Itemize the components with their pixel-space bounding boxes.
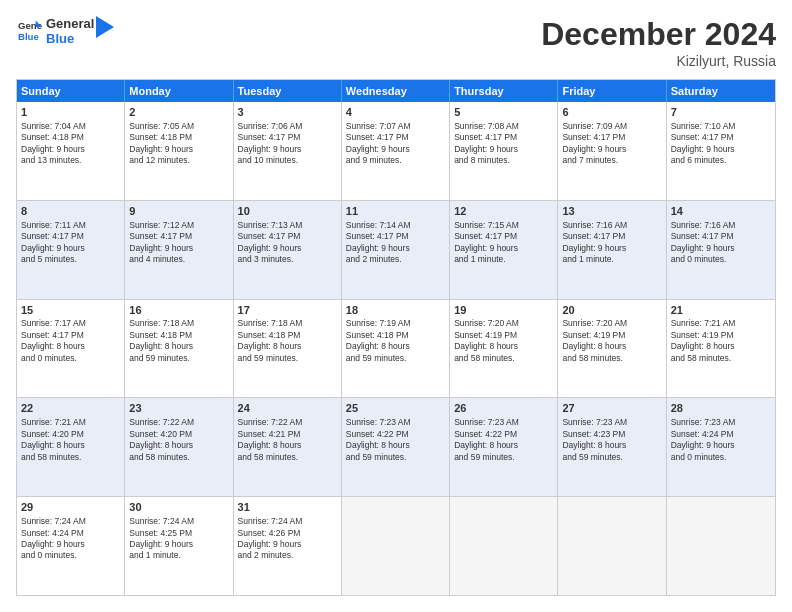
- svg-marker-3: [96, 16, 114, 38]
- day-number: 22: [21, 401, 120, 416]
- logo-icon: General Blue: [18, 19, 42, 43]
- cal-cell: 13Sunrise: 7:16 AMSunset: 4:17 PMDayligh…: [558, 201, 666, 299]
- sunrise: Sunrise: 7:05 AM: [129, 121, 194, 131]
- sunrise: Sunrise: 7:06 AM: [238, 121, 303, 131]
- cal-cell: 15Sunrise: 7:17 AMSunset: 4:17 PMDayligh…: [17, 300, 125, 398]
- daylight: Daylight: 9 hoursand 8 minutes.: [454, 144, 518, 165]
- cal-cell: [450, 497, 558, 595]
- day-number: 20: [562, 303, 661, 318]
- day-number: 6: [562, 105, 661, 120]
- sunset: Sunset: 4:25 PM: [129, 528, 192, 538]
- cal-cell: 8Sunrise: 7:11 AMSunset: 4:17 PMDaylight…: [17, 201, 125, 299]
- calendar: Sunday Monday Tuesday Wednesday Thursday…: [16, 79, 776, 596]
- sunrise: Sunrise: 7:19 AM: [346, 318, 411, 328]
- day-number: 23: [129, 401, 228, 416]
- sunset: Sunset: 4:18 PM: [129, 330, 192, 340]
- sunrise: Sunrise: 7:23 AM: [346, 417, 411, 427]
- cal-cell: 27Sunrise: 7:23 AMSunset: 4:23 PMDayligh…: [558, 398, 666, 496]
- sunset: Sunset: 4:23 PM: [562, 429, 625, 439]
- daylight: Daylight: 8 hoursand 58 minutes.: [129, 440, 193, 461]
- sunrise: Sunrise: 7:13 AM: [238, 220, 303, 230]
- cal-cell: 11Sunrise: 7:14 AMSunset: 4:17 PMDayligh…: [342, 201, 450, 299]
- cal-cell: 21Sunrise: 7:21 AMSunset: 4:19 PMDayligh…: [667, 300, 775, 398]
- day-number: 2: [129, 105, 228, 120]
- daylight: Daylight: 9 hoursand 4 minutes.: [129, 243, 193, 264]
- month-title: December 2024: [541, 16, 776, 53]
- cal-cell: 23Sunrise: 7:22 AMSunset: 4:20 PMDayligh…: [125, 398, 233, 496]
- sunset: Sunset: 4:17 PM: [346, 231, 409, 241]
- dow-friday: Friday: [558, 80, 666, 102]
- sunrise: Sunrise: 7:07 AM: [346, 121, 411, 131]
- daylight: Daylight: 9 hoursand 2 minutes.: [238, 539, 302, 560]
- daylight: Daylight: 9 hoursand 3 minutes.: [238, 243, 302, 264]
- cal-cell: 12Sunrise: 7:15 AMSunset: 4:17 PMDayligh…: [450, 201, 558, 299]
- daylight: Daylight: 8 hoursand 58 minutes.: [454, 341, 518, 362]
- sunset: Sunset: 4:17 PM: [21, 330, 84, 340]
- sunrise: Sunrise: 7:10 AM: [671, 121, 736, 131]
- sunset: Sunset: 4:17 PM: [671, 231, 734, 241]
- day-number: 12: [454, 204, 553, 219]
- sunrise: Sunrise: 7:15 AM: [454, 220, 519, 230]
- header: General Blue General Blue December 2024 …: [16, 16, 776, 69]
- sunset: Sunset: 4:24 PM: [671, 429, 734, 439]
- sunrise: Sunrise: 7:18 AM: [129, 318, 194, 328]
- sunset: Sunset: 4:20 PM: [129, 429, 192, 439]
- day-number: 25: [346, 401, 445, 416]
- day-number: 31: [238, 500, 337, 515]
- cal-week-2: 8Sunrise: 7:11 AMSunset: 4:17 PMDaylight…: [17, 201, 775, 300]
- sunset: Sunset: 4:21 PM: [238, 429, 301, 439]
- sunset: Sunset: 4:17 PM: [454, 132, 517, 142]
- sunrise: Sunrise: 7:23 AM: [454, 417, 519, 427]
- daylight: Daylight: 8 hoursand 59 minutes.: [129, 341, 193, 362]
- sunset: Sunset: 4:24 PM: [21, 528, 84, 538]
- cal-cell: 22Sunrise: 7:21 AMSunset: 4:20 PMDayligh…: [17, 398, 125, 496]
- sunrise: Sunrise: 7:23 AM: [671, 417, 736, 427]
- daylight: Daylight: 9 hoursand 12 minutes.: [129, 144, 193, 165]
- daylight: Daylight: 9 hoursand 1 minute.: [454, 243, 518, 264]
- sunrise: Sunrise: 7:21 AM: [671, 318, 736, 328]
- calendar-header: Sunday Monday Tuesday Wednesday Thursday…: [17, 80, 775, 102]
- day-number: 13: [562, 204, 661, 219]
- sunrise: Sunrise: 7:24 AM: [21, 516, 86, 526]
- cal-cell: 28Sunrise: 7:23 AMSunset: 4:24 PMDayligh…: [667, 398, 775, 496]
- daylight: Daylight: 9 hoursand 1 minute.: [562, 243, 626, 264]
- dow-tuesday: Tuesday: [234, 80, 342, 102]
- sunset: Sunset: 4:17 PM: [562, 231, 625, 241]
- cal-cell: 19Sunrise: 7:20 AMSunset: 4:19 PMDayligh…: [450, 300, 558, 398]
- daylight: Daylight: 8 hoursand 59 minutes.: [346, 440, 410, 461]
- daylight: Daylight: 8 hoursand 0 minutes.: [21, 341, 85, 362]
- day-number: 29: [21, 500, 120, 515]
- calendar-body: 1Sunrise: 7:04 AMSunset: 4:18 PMDaylight…: [17, 102, 775, 595]
- sunset: Sunset: 4:17 PM: [238, 132, 301, 142]
- daylight: Daylight: 9 hoursand 1 minute.: [129, 539, 193, 560]
- day-number: 19: [454, 303, 553, 318]
- day-number: 27: [562, 401, 661, 416]
- day-number: 9: [129, 204, 228, 219]
- sunrise: Sunrise: 7:20 AM: [454, 318, 519, 328]
- sunrise: Sunrise: 7:24 AM: [238, 516, 303, 526]
- sunset: Sunset: 4:18 PM: [21, 132, 84, 142]
- daylight: Daylight: 9 hoursand 9 minutes.: [346, 144, 410, 165]
- location: Kizilyurt, Russia: [541, 53, 776, 69]
- daylight: Daylight: 9 hoursand 7 minutes.: [562, 144, 626, 165]
- daylight: Daylight: 8 hoursand 59 minutes.: [238, 341, 302, 362]
- cal-cell: [667, 497, 775, 595]
- sunset: Sunset: 4:19 PM: [671, 330, 734, 340]
- dow-sunday: Sunday: [17, 80, 125, 102]
- day-number: 3: [238, 105, 337, 120]
- cal-cell: 31Sunrise: 7:24 AMSunset: 4:26 PMDayligh…: [234, 497, 342, 595]
- sunrise: Sunrise: 7:17 AM: [21, 318, 86, 328]
- cal-week-3: 15Sunrise: 7:17 AMSunset: 4:17 PMDayligh…: [17, 300, 775, 399]
- sunrise: Sunrise: 7:24 AM: [129, 516, 194, 526]
- daylight: Daylight: 9 hoursand 13 minutes.: [21, 144, 85, 165]
- daylight: Daylight: 9 hoursand 10 minutes.: [238, 144, 302, 165]
- sunset: Sunset: 4:19 PM: [562, 330, 625, 340]
- cal-cell: 5Sunrise: 7:08 AMSunset: 4:17 PMDaylight…: [450, 102, 558, 200]
- day-number: 5: [454, 105, 553, 120]
- day-number: 14: [671, 204, 771, 219]
- daylight: Daylight: 9 hoursand 5 minutes.: [21, 243, 85, 264]
- sunset: Sunset: 4:26 PM: [238, 528, 301, 538]
- cal-cell: 16Sunrise: 7:18 AMSunset: 4:18 PMDayligh…: [125, 300, 233, 398]
- sunrise: Sunrise: 7:22 AM: [238, 417, 303, 427]
- sunrise: Sunrise: 7:23 AM: [562, 417, 627, 427]
